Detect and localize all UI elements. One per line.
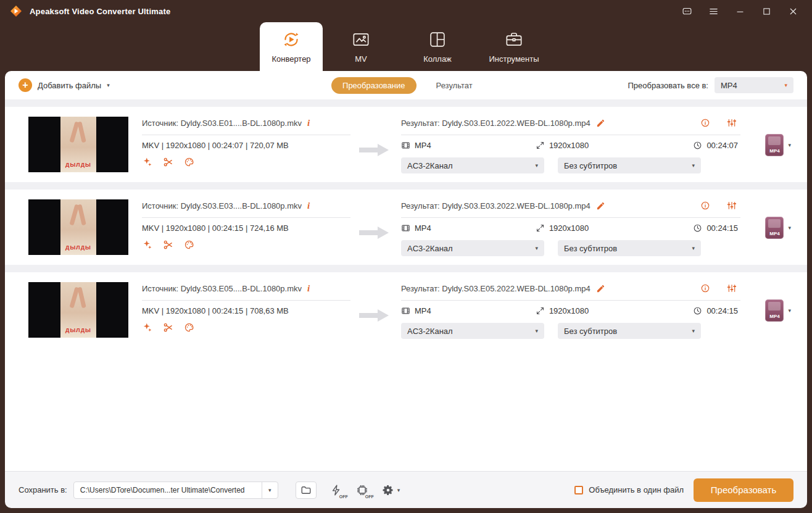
audio-track-select[interactable]: AC3-2Канал▾ xyxy=(401,323,544,339)
output-resolution-chip: 1920x1080 xyxy=(536,223,589,233)
tab-tools-label: Инструменты xyxy=(489,54,539,64)
cut-scissors-icon[interactable] xyxy=(163,240,173,250)
chevron-down-icon: ▾ xyxy=(788,225,791,231)
video-thumbnail[interactable]: ДЫЛДЫ xyxy=(28,199,128,255)
tab-mv-label: MV xyxy=(355,54,367,64)
view-convert-tab[interactable]: Преобразование xyxy=(331,77,416,94)
output-format-chip: MP4 xyxy=(401,223,431,233)
subtitle-select[interactable]: Без субтитров▾ xyxy=(558,323,701,339)
minimize-button[interactable] xyxy=(735,6,745,17)
arrow-right-icon xyxy=(358,225,390,240)
result-meta: MP4 1920x1080 00:24:07 xyxy=(401,141,740,150)
chevron-down-icon: ▾ xyxy=(692,162,695,169)
merge-into-one-file-toggle[interactable]: Объединить в один файл xyxy=(574,485,684,494)
tab-converter[interactable]: Конвертер xyxy=(260,22,323,71)
poster-title: ДЫЛДЫ xyxy=(60,244,96,251)
effects-icon[interactable] xyxy=(142,240,152,250)
list-toolbar: + Добавить файлы ▾ Преобразование Резуль… xyxy=(5,71,807,99)
output-path-select[interactable]: C:\Users\DTore\Documen...ter Ultimate\Co… xyxy=(73,482,278,499)
chevron-down-icon: ▾ xyxy=(535,162,538,169)
output-format-badge-select[interactable]: MP4 ▾ xyxy=(748,299,791,322)
tab-collage[interactable]: Коллаж xyxy=(399,22,476,71)
file-row: ДЫЛДЫ Источник: Dyldy.S03.E01....B-DL.10… xyxy=(5,107,807,182)
settings-equalizer-icon[interactable] xyxy=(727,201,737,211)
output-resolution-chip: 1920x1080 xyxy=(536,306,589,315)
feedback-icon[interactable] xyxy=(682,6,692,17)
high-speed-off-button[interactable]: OFF xyxy=(330,484,342,496)
chevron-down-icon: ▾ xyxy=(535,245,538,251)
tab-converter-label: Конвертер xyxy=(271,54,310,64)
edit-palette-icon[interactable] xyxy=(184,157,194,167)
edit-palette-icon[interactable] xyxy=(184,322,194,333)
settings-equalizer-icon[interactable] xyxy=(727,283,737,293)
save-to-label: Сохранить в: xyxy=(19,485,67,494)
view-result-tab[interactable]: Результат xyxy=(434,77,475,94)
merge-checkbox[interactable] xyxy=(574,486,583,494)
off-label: OFF xyxy=(339,494,348,499)
row-separator xyxy=(5,265,807,272)
result-column: Результат: Dyldy.S03.E03.2022.WEB-DL.108… xyxy=(401,199,740,256)
maximize-button[interactable] xyxy=(761,6,772,17)
output-format-badge-select[interactable]: MP4 ▾ xyxy=(748,217,791,239)
source-meta: MKV | 1920x1080 | 00:24:15 | 708,63 MB xyxy=(142,306,350,315)
source-info-icon[interactable]: i xyxy=(307,283,310,294)
output-format-badge-select[interactable]: MP4 ▾ xyxy=(748,134,791,156)
add-files-label: Добавить файлы xyxy=(38,81,101,90)
arrow-right-icon xyxy=(358,143,390,157)
close-button[interactable] xyxy=(788,6,798,17)
result-meta: MP4 1920x1080 00:24:15 xyxy=(401,223,740,233)
source-info-icon[interactable]: i xyxy=(307,201,310,211)
convert-all-label: Преобразовать все в: xyxy=(628,81,708,90)
convert-all-select[interactable]: MP4 ▾ xyxy=(715,77,793,93)
footer-bar: Сохранить в: C:\Users\DTore\Documen...te… xyxy=(5,471,807,508)
result-column: Результат: Dyldy.S03.E01.2022.WEB-DL.108… xyxy=(401,117,740,173)
chevron-down-icon: ▾ xyxy=(784,82,787,88)
format-badge-icon: MP4 xyxy=(765,299,784,322)
edit-palette-icon[interactable] xyxy=(184,240,194,250)
source-info-icon[interactable]: i xyxy=(307,118,310,128)
info-circle-icon[interactable] xyxy=(700,118,710,128)
chevron-down-icon: ▾ xyxy=(692,245,695,251)
rename-pencil-icon[interactable] xyxy=(596,119,605,128)
window-title: Apeaksoft Video Converter Ultimate xyxy=(30,7,170,16)
open-folder-button[interactable] xyxy=(296,482,317,499)
effects-icon[interactable] xyxy=(142,157,152,167)
subtitle-select[interactable]: Без субтитров▾ xyxy=(558,157,701,173)
output-format-chip: MP4 xyxy=(401,306,431,315)
source-column: Источник: Dyldy.S03.E03....B-DL.1080p.mk… xyxy=(142,199,350,250)
add-files-button[interactable]: + Добавить файлы ▾ xyxy=(19,78,110,92)
file-row: ДЫЛДЫ Источник: Dyldy.S03.E05....B-DL.10… xyxy=(5,272,807,348)
chevron-down-icon: ▾ xyxy=(535,328,538,334)
tab-mv[interactable]: MV xyxy=(323,22,399,71)
gpu-acceleration-off-button[interactable]: OFF xyxy=(356,484,368,496)
video-thumbnail[interactable]: ДЫЛДЫ xyxy=(28,117,128,172)
effects-icon[interactable] xyxy=(142,322,152,333)
rename-pencil-icon[interactable] xyxy=(596,201,605,211)
info-circle-icon[interactable] xyxy=(700,283,710,293)
info-circle-icon[interactable] xyxy=(700,201,710,211)
toolbox-icon xyxy=(505,30,523,49)
cut-scissors-icon[interactable] xyxy=(163,157,173,167)
file-row: ДЫЛДЫ Источник: Dyldy.S03.E03....B-DL.10… xyxy=(5,190,807,265)
convert-button[interactable]: Преобразовать xyxy=(694,478,793,502)
video-thumbnail[interactable]: ДЫЛДЫ xyxy=(28,282,128,338)
plus-icon: + xyxy=(19,78,32,92)
audio-track-select[interactable]: AC3-2Канал▾ xyxy=(401,157,544,173)
tab-tools[interactable]: Инструменты xyxy=(476,22,552,71)
chevron-down-icon: ▾ xyxy=(788,307,791,314)
source-meta: MKV | 1920x1080 | 00:24:07 | 720,07 MB xyxy=(142,141,350,150)
result-filename: Результат: Dyldy.S03.E01.2022.WEB-DL.108… xyxy=(401,119,590,128)
audio-track-select[interactable]: AC3-2Канал▾ xyxy=(401,240,544,256)
row-separator xyxy=(5,99,807,107)
source-filename: Источник: Dyldy.S03.E05....B-DL.1080p.mk… xyxy=(142,284,302,293)
settings-equalizer-icon[interactable] xyxy=(727,118,737,128)
source-meta: MKV | 1920x1080 | 00:24:15 | 724,16 MB xyxy=(142,223,350,233)
output-path: C:\Users\DTore\Documen...ter Ultimate\Co… xyxy=(74,486,262,494)
subtitle-select[interactable]: Без субтитров▾ xyxy=(558,240,701,256)
settings-gear-button[interactable]: ▾ xyxy=(382,484,400,496)
cut-scissors-icon[interactable] xyxy=(163,322,173,333)
rename-pencil-icon[interactable] xyxy=(596,284,605,293)
result-column: Результат: Dyldy.S03.E05.2022.WEB-DL.108… xyxy=(401,282,740,339)
menu-icon[interactable] xyxy=(708,6,719,17)
main-tabbar: Конвертер MV Коллаж Инструменты xyxy=(0,22,812,71)
